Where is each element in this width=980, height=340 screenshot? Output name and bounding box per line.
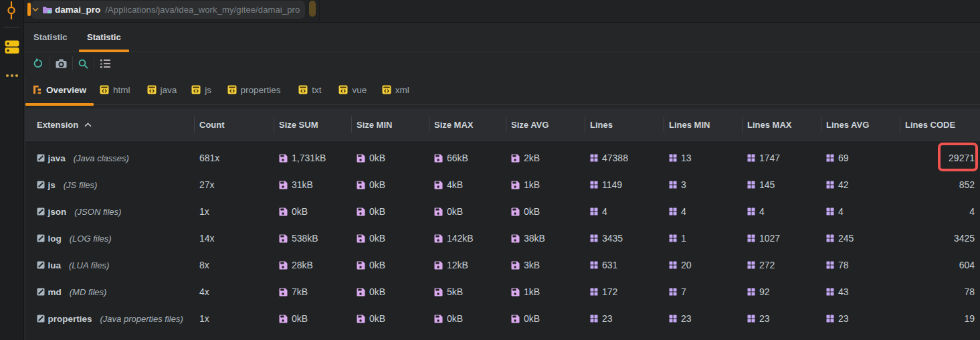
cell-lines-min[interactable]: 4	[664, 198, 742, 225]
table-row-log[interactable]: log(LOG files) 14x 538kB 0kB 142kB 38kB …	[25, 225, 980, 252]
cell-lines[interactable]: 4	[585, 198, 664, 225]
cell-size-sum[interactable]: 0kB	[274, 305, 351, 332]
cell-count[interactable]: 1x	[194, 305, 274, 332]
cell-lines-code[interactable]: 4	[900, 198, 980, 225]
column-header-size-min[interactable]: Size MIN	[351, 108, 429, 140]
column-header-extension[interactable]: Extension	[25, 108, 194, 140]
cell-lines-min[interactable]: 1	[664, 225, 742, 252]
cell-size-sum[interactable]: 31kB	[274, 171, 351, 198]
cell-extension[interactable]: lua(LUA files)	[25, 252, 194, 278]
cell-lines-code[interactable]: 29271	[900, 145, 980, 171]
cell-lines-min[interactable]: 23	[664, 305, 742, 332]
cell-lines-max[interactable]: 145	[742, 171, 821, 198]
cell-lines-avg[interactable]: 23	[821, 305, 900, 332]
file-tab-js[interactable]: js	[184, 75, 219, 104]
cell-lines-avg[interactable]: 4	[821, 198, 900, 225]
cell-lines-max[interactable]: 1027	[742, 225, 821, 252]
cell-size-sum[interactable]: 0kB	[274, 198, 351, 225]
cell-size-sum[interactable]: 28kB	[274, 252, 351, 278]
cell-lines-code[interactable]: 852	[900, 171, 980, 198]
column-header-lines[interactable]: Lines	[585, 108, 664, 140]
cell-lines[interactable]: 631	[585, 252, 664, 278]
cell-lines[interactable]: 172	[585, 278, 664, 305]
column-header-lines-avg[interactable]: Lines AVG	[821, 108, 900, 140]
cell-lines-min[interactable]: 13	[664, 145, 742, 171]
cell-lines-max[interactable]: 92	[742, 278, 821, 305]
cell-size-max[interactable]: 4kB	[429, 171, 506, 198]
cell-count[interactable]: 681x	[194, 145, 274, 171]
cell-count[interactable]: 14x	[194, 225, 274, 252]
cell-size-max[interactable]: 0kB	[429, 305, 506, 332]
cell-size-sum[interactable]: 1,731kB	[274, 145, 351, 171]
cell-lines-avg[interactable]: 245	[821, 225, 900, 252]
cell-lines-min[interactable]: 20	[664, 252, 742, 278]
cell-extension[interactable]: json(JSON files)	[25, 198, 194, 225]
file-tab-vue[interactable]: vue	[331, 75, 374, 104]
cell-size-min[interactable]: 0kB	[351, 252, 429, 278]
file-tab-html[interactable]: html	[92, 75, 138, 104]
cell-size-max[interactable]: 0kB	[429, 198, 506, 225]
cell-lines-max[interactable]: 23	[742, 305, 821, 332]
column-header-size-sum[interactable]: Size SUM	[274, 108, 351, 140]
table-row-md[interactable]: md(MD files) 4x 7kB 0kB 5kB 1kB 172 7 92…	[25, 278, 980, 305]
cell-size-avg[interactable]: 3kB	[506, 252, 585, 278]
cell-size-max[interactable]: 66kB	[429, 145, 506, 171]
cell-lines-avg[interactable]: 78	[821, 252, 900, 278]
table-row-json[interactable]: json(JSON files) 1x 0kB 0kB 0kB 0kB 4 4 …	[25, 198, 980, 225]
cell-extension[interactable]: log(LOG files)	[25, 225, 194, 252]
column-header-lines-code[interactable]: Lines CODE	[900, 108, 980, 140]
refresh-button[interactable]	[29, 52, 45, 75]
table-row-js[interactable]: js(JS files) 27x 31kB 0kB 4kB 1kB 1149 3…	[25, 171, 980, 198]
statistic-toolwindow-button[interactable]	[5, 40, 19, 57]
cell-size-max[interactable]: 142kB	[429, 225, 506, 252]
file-tab-txt[interactable]: txt	[291, 75, 328, 104]
cell-size-avg[interactable]: 0kB	[506, 198, 585, 225]
vertical-scrollbar-thumb[interactable]	[309, 1, 316, 17]
cell-lines-code[interactable]: 19	[900, 305, 980, 332]
cell-lines[interactable]: 23	[585, 305, 664, 332]
content-tab-statistic[interactable]: Statistic	[79, 23, 129, 52]
cell-size-sum[interactable]: 7kB	[274, 278, 351, 305]
cell-size-min[interactable]: 0kB	[351, 198, 429, 225]
cell-size-avg[interactable]: 1kB	[506, 278, 585, 305]
search-button[interactable]	[75, 52, 91, 75]
cell-lines-code[interactable]: 3425	[900, 225, 980, 252]
file-tab-overview[interactable]: Overview	[25, 75, 94, 104]
cell-extension[interactable]: properties(Java properties files)	[25, 305, 194, 332]
cell-size-min[interactable]: 0kB	[351, 145, 429, 171]
cell-size-avg[interactable]: 1kB	[506, 171, 585, 198]
cell-size-max[interactable]: 12kB	[429, 252, 506, 278]
commit-toolwindow-button[interactable]	[5, 1, 18, 22]
cell-lines-min[interactable]: 7	[664, 278, 742, 305]
file-tab-java[interactable]: java	[140, 75, 185, 104]
column-header-lines-max[interactable]: Lines MAX	[742, 108, 821, 140]
cell-lines[interactable]: 3435	[585, 225, 664, 252]
table-row-java[interactable]: java(Java classes) 681x 1,731kB 0kB 66kB…	[25, 145, 980, 171]
cell-lines-avg[interactable]: 43	[821, 278, 900, 305]
column-header-count[interactable]: Count	[194, 108, 274, 140]
screenshot-button[interactable]	[53, 52, 69, 75]
file-tab-xml[interactable]: xml	[375, 75, 417, 104]
cell-lines-max[interactable]: 4	[742, 198, 821, 225]
cell-size-min[interactable]: 0kB	[351, 171, 429, 198]
cell-lines[interactable]: 47388	[585, 145, 664, 171]
cell-lines[interactable]: 1149	[585, 171, 664, 198]
cell-lines-code[interactable]: 78	[900, 278, 980, 305]
cell-count[interactable]: 4x	[194, 278, 274, 305]
cell-size-avg[interactable]: 0kB	[506, 305, 585, 332]
cell-lines-avg[interactable]: 42	[821, 171, 900, 198]
cell-lines-max[interactable]: 1747	[742, 145, 821, 171]
cell-extension[interactable]: js(JS files)	[25, 171, 194, 198]
cell-lines-code[interactable]: 604	[900, 252, 980, 278]
cell-lines-avg[interactable]: 69	[821, 145, 900, 171]
column-header-lines-min[interactable]: Lines MIN	[664, 108, 742, 140]
filter-list-button[interactable]	[97, 52, 113, 75]
file-tab-properties[interactable]: properties	[220, 75, 288, 104]
table-row-properties[interactable]: properties(Java properties files) 1x 0kB…	[25, 305, 980, 332]
cell-size-avg[interactable]: 38kB	[506, 225, 585, 252]
cell-lines-min[interactable]: 3	[664, 171, 742, 198]
cell-extension[interactable]: java(Java classes)	[25, 145, 194, 171]
table-row-lua[interactable]: lua(LUA files) 8x 28kB 0kB 12kB 3kB 631 …	[25, 252, 980, 278]
cell-extension[interactable]: md(MD files)	[25, 278, 194, 305]
cell-count[interactable]: 8x	[194, 252, 274, 278]
